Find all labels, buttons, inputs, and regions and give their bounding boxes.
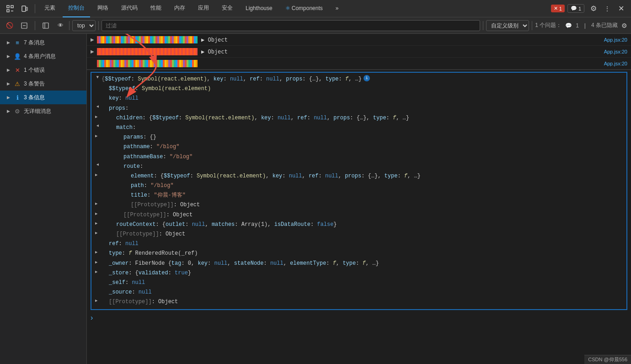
json-line-source[interactable]: _source : null	[91, 288, 626, 297]
json-line-type[interactable]: ▶ type : f RenderedRoute(_ref)	[91, 249, 626, 258]
tab-lighthouse[interactable]: Lighthouse	[240, 0, 278, 17]
tab-elements[interactable]: 元素	[39, 0, 61, 17]
eye-icon[interactable]: 👁	[54, 20, 66, 32]
log-row-1[interactable]: ▶ ▶ Object App.jsx:20	[87, 34, 631, 46]
json-line-typeof[interactable]: $$typeof : Symbol(react.element)	[91, 84, 626, 94]
tab-memory[interactable]: 内存	[169, 0, 191, 17]
issues-label: 1 个问题：	[535, 21, 561, 29]
json-line-key[interactable]: key : null	[91, 94, 626, 103]
type-arrow[interactable]: ▶	[95, 249, 100, 256]
sidebar-label-verbose: 无详细消息	[24, 107, 51, 115]
json-line-proto-props[interactable]: ▶ [[Prototype]] : Object	[91, 230, 626, 239]
top-selector[interactable]: top	[72, 20, 96, 31]
tab-more[interactable]: »	[330, 0, 344, 17]
json-line-props[interactable]: ▼ props :	[91, 104, 626, 113]
json-line-owner[interactable]: ▶ _owner : FiberNode { tag : 0, key : nu…	[91, 259, 626, 268]
proto-props-arrow[interactable]: ▶	[95, 230, 100, 236]
settings-gear-icon[interactable]: ⚙	[587, 2, 600, 15]
clear-console-icon[interactable]: 🚫	[4, 20, 16, 32]
row2-file[interactable]: App.jsx:20	[604, 49, 627, 54]
close-devtools-icon[interactable]: ✕	[615, 2, 627, 15]
json-line-params[interactable]: ▶ params : {}	[91, 133, 626, 142]
warn-chat-icon: 💬	[571, 5, 577, 11]
row1-file[interactable]: App.jsx:20	[604, 37, 627, 43]
tab-console[interactable]: 控制台	[63, 0, 90, 17]
json-line-path[interactable]: path : "/blog"	[91, 181, 626, 191]
row3-file[interactable]: App.jsx:20	[604, 61, 627, 66]
json-line-title[interactable]: title : "仰晨-博客"	[91, 191, 626, 200]
device-icon[interactable]	[18, 2, 31, 15]
json-line-route[interactable]: ▼ route :	[91, 162, 626, 171]
store-arrow[interactable]: ▶	[95, 269, 100, 275]
proto-match-arrow[interactable]: ▶	[95, 211, 100, 217]
warn-count: 1	[578, 6, 581, 11]
json-line-proto-match[interactable]: ▶ [[Prototype]] : Object	[91, 210, 626, 220]
sidebar-item-info[interactable]: ▶ ℹ 3 条信息	[0, 91, 86, 104]
sidebar-item-user-messages[interactable]: ▶ 👤 4 条用户消息	[0, 49, 86, 63]
route-arrow[interactable]: ▼	[94, 163, 101, 168]
tab-sources[interactable]: 源代码	[116, 0, 143, 17]
proto-route-arrow[interactable]: ▶	[95, 201, 100, 207]
row2-text: ▶ Object	[201, 48, 604, 55]
sidebar-toggle-icon[interactable]	[40, 20, 52, 32]
children-arrow[interactable]: ▶	[95, 114, 100, 120]
warn-badge[interactable]: 💬 1	[567, 4, 584, 13]
level-selector[interactable]: 自定义级别	[486, 20, 529, 31]
json-line-routecontext[interactable]: ▶ routeContext : { outlet : null , match…	[91, 220, 626, 230]
tab-application[interactable]: 应用	[193, 0, 214, 17]
separator-pipe: |	[584, 22, 586, 29]
content-area: ▶ ▶ Object App.jsx:20 ▶ ▶ Object App.jsx…	[87, 34, 631, 364]
error-badge[interactable]: ✕ 1	[551, 5, 565, 12]
sidebar-arrow-warn: ▶	[5, 81, 11, 86]
sidebar-item-warnings[interactable]: ▶ ⚠ 3 条警告	[0, 77, 86, 91]
sidebar-item-verbose[interactable]: ▶ ⚙ 无详细消息	[0, 104, 86, 118]
json-line-ref[interactable]: ref : null	[91, 239, 626, 249]
svg-rect-5	[26, 7, 27, 11]
warn-icon: ⚠	[14, 80, 21, 87]
log-row-3[interactable]: App.jsx:20	[87, 58, 631, 70]
sidebar-item-all-messages[interactable]: ▶ ≡ 7 条消息	[0, 36, 86, 49]
json-line-self[interactable]: _self : null	[91, 278, 626, 288]
params-arrow[interactable]: ▶	[95, 133, 100, 139]
filter-gear-icon[interactable]: ⚙	[621, 22, 627, 29]
sidebar-label-warnings: 3 条警告	[24, 80, 45, 88]
log-row-2[interactable]: ▶ ▶ Object App.jsx:20	[87, 46, 631, 58]
svg-rect-8	[43, 23, 48, 28]
owner-arrow[interactable]: ▶	[95, 259, 100, 266]
json-line-pathname[interactable]: pathname : "/blog"	[91, 142, 626, 152]
collapse-icon[interactable]	[18, 20, 30, 32]
tab-network[interactable]: 网络	[92, 0, 114, 17]
proto-root-arrow[interactable]: ▶	[95, 298, 100, 304]
json-line-element[interactable]: ▶ element : { $$typeof : Symbol(react.el…	[91, 171, 626, 181]
tab-security[interactable]: 安全	[216, 0, 238, 17]
more-options-icon[interactable]: ⋮	[603, 2, 612, 15]
sidebar-arrow-info: ▶	[5, 95, 11, 100]
inspect-icon[interactable]	[4, 2, 16, 15]
json-root-arrow[interactable]: ▶	[94, 76, 101, 80]
pathnamebase-arrow	[95, 153, 100, 159]
tab-components[interactable]: ⚛ Components	[280, 0, 328, 17]
match-arrow[interactable]: ▼	[94, 124, 101, 129]
row1-text: ▶ Object	[201, 37, 604, 43]
error-icon: ✕	[14, 67, 21, 74]
key-arrow	[95, 94, 100, 101]
row1-arrow: ▶	[91, 37, 95, 42]
json-line-pathnamebase[interactable]: pathnameBase : "/blog"	[91, 152, 626, 162]
tab-performance[interactable]: 性能	[145, 0, 167, 17]
json-line-children[interactable]: ▶ children : { $$typeof : Symbol(react.e…	[91, 113, 626, 123]
sidebar-item-errors[interactable]: ▶ ✕ 1 个错误	[0, 63, 86, 77]
routecontext-arrow[interactable]: ▶	[95, 220, 100, 227]
filter-input[interactable]	[102, 20, 480, 31]
bottom-bar: CSDN @仰晨556	[584, 355, 631, 364]
json-line-proto-root[interactable]: ▶ [[Prototype]] : Object	[91, 297, 626, 307]
json-line-match[interactable]: ▼ match :	[91, 123, 626, 133]
svg-rect-0	[7, 5, 9, 8]
json-line-proto-route[interactable]: ▶ [[Prototype]] : Object	[91, 200, 626, 210]
json-line-store[interactable]: ▶ _store : { validated : true }	[91, 268, 626, 278]
props-arrow[interactable]: ▼	[94, 105, 101, 110]
element-arrow[interactable]: ▶	[95, 172, 100, 178]
json-header-line[interactable]: ▶ { $$typeof : Symbol(react.element) , k…	[91, 75, 626, 84]
sidebar-label-user: 4 条用户消息	[24, 53, 56, 60]
expand-row[interactable]: ›	[87, 312, 631, 324]
separator-2	[35, 21, 35, 30]
